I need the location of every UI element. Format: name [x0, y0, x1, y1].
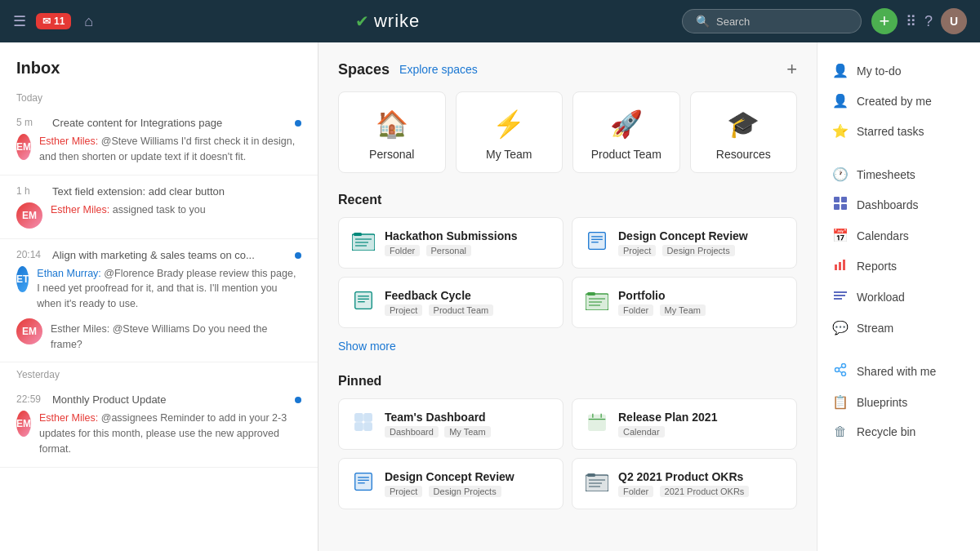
item-type: Dashboard — [385, 426, 439, 438]
created-icon: 👤 — [832, 93, 849, 109]
sidebar-item-label: Starred tasks — [857, 125, 924, 138]
inbox-subject: Align with marketing & sales teams on co… — [52, 249, 288, 261]
sidebar-divider — [817, 343, 980, 356]
inbox-item[interactable]: 5 m Create content for Integrations page… — [0, 107, 318, 176]
inbox-message: Esther Miles: @assignees Reminder to add… — [39, 411, 301, 456]
center-panel: Spaces Explore spaces + 🏠 Personal ⚡ My … — [318, 42, 817, 551]
item-type: Folder — [618, 486, 653, 497]
sender-name: Esther Miles: — [39, 136, 101, 147]
sidebar-item-dashboards[interactable]: Dashboards — [817, 189, 980, 220]
inbox-extra-body: EM Esther Miles: @Steve Williams Do you … — [16, 318, 301, 353]
sidebar-item-reports[interactable]: Reports — [817, 251, 980, 282]
sidebar-item-label: Created by me — [857, 95, 932, 108]
show-more-button[interactable]: Show more — [338, 335, 396, 358]
svg-rect-11 — [355, 291, 372, 309]
sidebar-item-workload[interactable]: Workload — [817, 282, 980, 313]
space-card-productteam[interactable]: 🚀 Product Team — [572, 91, 680, 173]
inbox-badge[interactable]: ✉ 11 — [36, 13, 71, 29]
recycle-icon: 🗑 — [832, 424, 849, 439]
unread-dot — [295, 397, 301, 403]
svg-rect-45 — [835, 264, 837, 270]
right-sidebar: 👤 My to-do 👤 Created by me ⭐ Starred tas… — [817, 42, 980, 551]
item-info: Design Concept Review Project Design Pro… — [618, 229, 748, 256]
item-name: Feedback Cycle — [385, 289, 497, 302]
svg-rect-44 — [841, 204, 847, 210]
space-card-personal[interactable]: 🏠 Personal — [338, 91, 446, 173]
productteam-icon: 🚀 — [583, 109, 670, 140]
hamburger-icon[interactable]: ☰ — [13, 12, 26, 30]
svg-rect-30 — [355, 473, 372, 490]
pinned-item-design-concept[interactable]: Design Concept Review Project Design Pro… — [338, 458, 564, 509]
item-meta: Calendar — [618, 426, 717, 438]
inbox-item[interactable]: 1 h Text field extension: add clear butt… — [0, 176, 318, 239]
item-type: Project — [618, 245, 656, 256]
sidebar-item-timesheets[interactable]: 🕐 Timesheets — [817, 159, 980, 189]
sidebar-item-label: Blueprints — [857, 396, 907, 409]
recent-title: Recent — [338, 193, 797, 207]
item-info: Portfolio Folder My Team — [618, 289, 709, 316]
avatar[interactable]: U — [941, 8, 967, 34]
inbox-item-header: 20:14 Align with marketing & sales teams… — [16, 249, 301, 261]
spaces-grid: 🏠 Personal ⚡ My Team 🚀 Product Team 🎓 Re… — [338, 91, 797, 173]
inbox-item[interactable]: 20:14 Align with marketing & sales teams… — [0, 239, 318, 363]
spaces-add-button[interactable]: + — [786, 59, 797, 80]
sender-name: Esther Miles: — [51, 323, 113, 335]
sidebar-divider — [817, 146, 980, 159]
sidebar-item-recycle[interactable]: 🗑 Recycle bin — [817, 417, 980, 447]
sidebar-item-blueprints[interactable]: 📋 Blueprints — [817, 387, 980, 417]
inbox-body: ET Ethan Murray: @Florence Brady please … — [16, 266, 301, 312]
sidebar-item-calendars[interactable]: 📅 Calendars — [817, 220, 980, 251]
svg-rect-2 — [354, 233, 362, 236]
inbox-time: 1 h — [16, 185, 46, 197]
add-button[interactable]: + — [871, 8, 898, 34]
svg-rect-22 — [355, 413, 363, 420]
avatar: EM — [16, 318, 42, 344]
sidebar-item-created-by-me[interactable]: 👤 Created by me — [817, 86, 980, 116]
search-placeholder: Search — [716, 16, 750, 28]
inbox-title: Inbox — [0, 42, 318, 86]
reports-icon — [832, 258, 849, 274]
recent-item-design-concept[interactable]: Design Concept Review Project Design Pro… — [572, 217, 797, 269]
explore-link[interactable]: Explore spaces — [399, 63, 478, 76]
item-type: Folder — [385, 245, 420, 256]
recent-item-portfolio[interactable]: Portfolio Folder My Team — [572, 277, 797, 328]
space-card-resources[interactable]: 🎓 Resources — [690, 91, 798, 173]
space-name: My Team — [466, 148, 553, 161]
item-type: Calendar — [618, 426, 665, 438]
item-location: Design Projects — [662, 245, 735, 256]
sidebar-item-label: Dashboards — [857, 198, 919, 211]
item-location: Product Team — [429, 304, 494, 316]
sidebar-item-shared[interactable]: Shared with me — [817, 356, 980, 387]
pinned-item-q2okrs[interactable]: Q2 2021 Product OKRs Folder 2021 Product… — [572, 458, 797, 509]
sidebar-item-label: Reports — [857, 260, 897, 273]
grid-icon[interactable]: ⠿ — [906, 12, 916, 30]
sidebar-item-stream[interactable]: 💬 Stream — [817, 313, 980, 343]
starred-icon: ⭐ — [832, 123, 849, 139]
inbox-message: Ethan Murray: @Florence Brady please rev… — [37, 266, 301, 312]
help-icon[interactable]: ? — [924, 13, 933, 30]
dashboards-icon — [832, 197, 849, 213]
inbox-count: 11 — [54, 16, 65, 27]
home-icon[interactable]: ⌂ — [84, 13, 93, 30]
item-meta: Folder My Team — [618, 304, 709, 316]
space-card-myteam[interactable]: ⚡ My Team — [456, 91, 564, 173]
inbox-item-header: 1 h Text field extension: add clear butt… — [16, 185, 301, 198]
svg-rect-46 — [839, 262, 841, 270]
svg-rect-43 — [834, 204, 840, 210]
search-bar[interactable]: 🔍 Search — [682, 9, 862, 33]
recent-item-feedback[interactable]: Feedback Cycle Project Product Team — [338, 277, 564, 328]
item-icon — [586, 231, 608, 256]
item-location: 2021 Product OKRs — [660, 486, 750, 497]
pinned-item-dashboard[interactable]: Team's Dashboard Dashboard My Team — [338, 398, 564, 450]
yesterday-label: Yesterday — [0, 362, 318, 384]
inbox-item[interactable]: 22:59 Monthly Product Update EM Esther M… — [0, 384, 318, 467]
sidebar-item-label: Calendars — [857, 229, 909, 242]
sidebar-item-todo[interactable]: 👤 My to-do — [817, 56, 980, 86]
pinned-item-release[interactable]: Release Plan 2021 Calendar — [572, 398, 797, 450]
recent-item-hackathon[interactable]: Hackathon Submissions Folder Personal — [338, 217, 564, 269]
inbox-time: 20:14 — [16, 249, 46, 260]
svg-rect-24 — [355, 422, 363, 429]
unread-dot — [295, 252, 301, 259]
pinned-title: Pinned — [338, 374, 797, 389]
sidebar-item-starred[interactable]: ⭐ Starred tasks — [817, 116, 980, 146]
